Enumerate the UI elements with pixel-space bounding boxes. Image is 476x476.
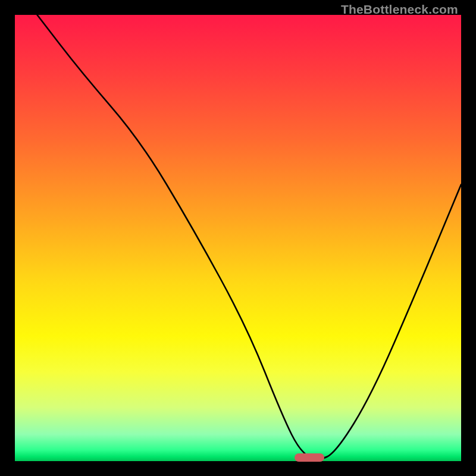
optimal-point-marker: [295, 453, 324, 462]
bottleneck-curve: [15, 15, 461, 461]
chart-frame: [15, 15, 461, 461]
